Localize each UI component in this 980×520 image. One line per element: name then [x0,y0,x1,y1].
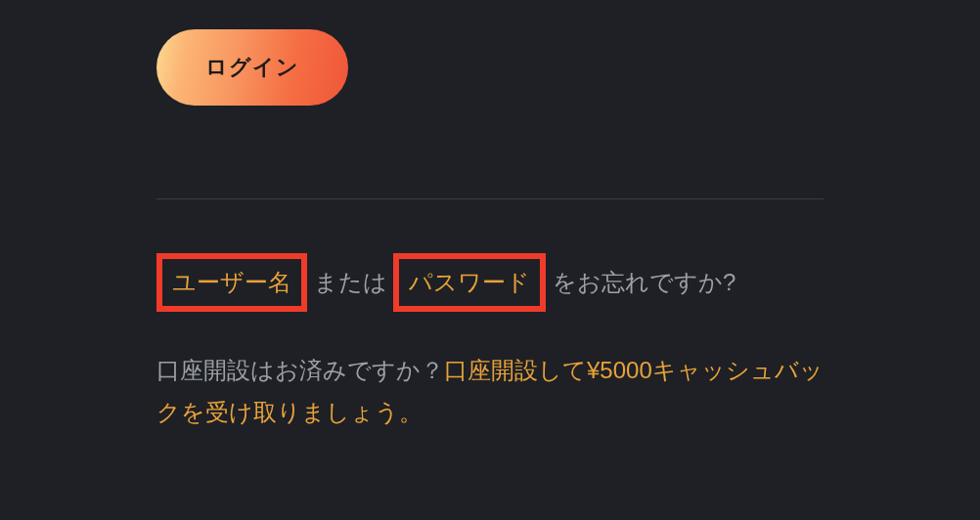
forgot-username-link[interactable]: ユーザー名 [172,271,291,294]
signup-prompt-prefix: 口座開設はお済みですか？ [156,357,444,383]
login-panel: ログイン ユーザー名 または パスワード をお忘れですか? 口座開設はお済みです… [0,0,980,472]
login-button[interactable]: ログイン [156,29,348,106]
forgot-separator: または [307,269,393,295]
password-highlight-box: パスワード [393,253,546,312]
forgot-password-link[interactable]: パスワード [409,271,530,294]
signup-prompt-line: 口座開設はお済みですか？口座開設して¥5000キャッシュバックを受け取りましょう… [156,349,824,433]
forgot-tail: をお忘れですか? [546,269,735,295]
username-highlight-box: ユーザー名 [156,253,307,312]
divider [156,198,824,199]
forgot-credentials-line: ユーザー名 または パスワード をお忘れですか? [156,253,824,312]
